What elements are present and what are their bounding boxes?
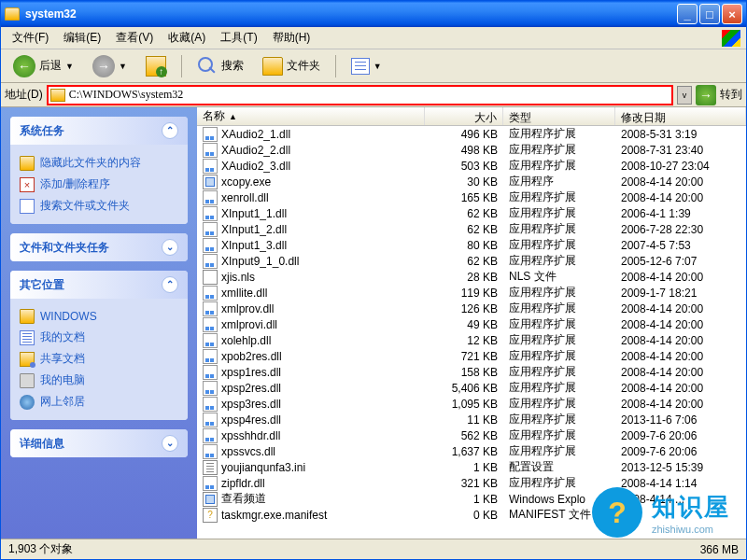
file-row[interactable]: xpsp2res.dll5,406 KB应用程序扩展2008-4-14 20:0…: [197, 380, 746, 396]
panel-header[interactable]: 详细信息 ⌄: [10, 429, 188, 457]
file-rows[interactable]: XAudio2_1.dll496 KB应用程序扩展2008-5-31 3:19X…: [197, 126, 746, 539]
up-button[interactable]: [139, 52, 173, 80]
file-type: NLS 文件: [503, 269, 615, 285]
dll-icon: [203, 428, 218, 443]
file-size: 158 KB: [425, 366, 503, 379]
back-button[interactable]: ← 后退 ▼: [7, 51, 80, 81]
titlebar[interactable]: system32 _ □ ×: [1, 1, 746, 27]
menu-favorites[interactable]: 收藏(A): [162, 28, 211, 48]
file-row[interactable]: xcopy.exe30 KB应用程序2008-4-14 20:00: [197, 174, 746, 189]
forward-button[interactable]: → ▼: [86, 51, 134, 81]
panel-title: 详细信息: [20, 436, 64, 452]
panel-header[interactable]: 其它位置 ⌃: [10, 271, 188, 299]
watermark-name: 知识屋: [652, 491, 730, 524]
file-row[interactable]: XAudio2_3.dll503 KB应用程序扩展2008-10-27 23:0…: [197, 158, 746, 174]
file-type: 应用程序扩展: [503, 158, 615, 174]
file-row[interactable]: XInput9_1_0.dll62 KB应用程序扩展2005-12-6 7:07: [197, 253, 746, 269]
file-row[interactable]: XAudio2_2.dll498 KB应用程序扩展2008-7-31 23:40: [197, 142, 746, 158]
file-row[interactable]: XInput1_2.dll62 KB应用程序扩展2006-7-28 22:30: [197, 221, 746, 237]
file-row[interactable]: xmlprov.dll126 KB应用程序扩展2008-4-14 20:00: [197, 301, 746, 316]
dll-icon: [203, 206, 218, 221]
file-row[interactable]: XInput1_3.dll80 KB应用程序扩展2007-4-5 7:53: [197, 237, 746, 253]
file-size: 0 KB: [425, 509, 503, 522]
file-row[interactable]: xenroll.dll165 KB应用程序扩展2008-4-14 20:00: [197, 189, 746, 205]
explorer-window: system32 _ □ × 文件(F) 编辑(E) 查看(V) 收藏(A) 工…: [0, 0, 747, 560]
file-row[interactable]: xpsp3res.dll1,095 KB应用程序扩展2008-4-14 20:0…: [197, 396, 746, 412]
net-icon: [20, 395, 35, 410]
menu-tools[interactable]: 工具(T): [215, 28, 262, 48]
watermark: ? 知识屋 zhishiwu.com: [592, 487, 730, 538]
menu-file[interactable]: 文件(F): [7, 28, 54, 48]
dll-icon: [203, 190, 218, 205]
views-icon: [351, 58, 370, 75]
sidebar-item[interactable]: 隐藏此文件夹的内容: [20, 152, 178, 174]
file-date: 2008-7-31 23:40: [615, 144, 746, 157]
file-date: 2008-4-14 20:00: [615, 318, 746, 331]
window-title: system32: [25, 7, 677, 21]
file-name: XInput9_1_0.dll: [221, 255, 299, 268]
file-row[interactable]: xpob2res.dll721 KB应用程序扩展2008-4-14 20:00: [197, 348, 746, 364]
panel-header[interactable]: 文件和文件夹任务 ⌄: [10, 233, 188, 261]
minimize-button[interactable]: _: [677, 4, 698, 24]
file-row[interactable]: xmllite.dll119 KB应用程序扩展2009-1-7 18:21: [197, 285, 746, 301]
sidebar-item[interactable]: 搜索文件或文件夹: [20, 195, 178, 217]
file-type: 应用程序扩展: [503, 253, 615, 269]
sidebar-item[interactable]: WINDOWS: [20, 306, 178, 327]
close-button[interactable]: ×: [722, 4, 742, 24]
column-type[interactable]: 类型: [503, 107, 615, 125]
dll-icon: [203, 381, 218, 396]
sidebar-item[interactable]: ×添加/删除程序: [20, 174, 178, 195]
go-button[interactable]: →: [696, 85, 716, 105]
maximize-button[interactable]: □: [699, 4, 720, 24]
address-field-highlighted[interactable]: [47, 85, 673, 105]
sidebar-item[interactable]: 我的电脑: [20, 370, 178, 391]
file-row[interactable]: XInput1_1.dll62 KB应用程序扩展2006-4-1 1:39: [197, 205, 746, 221]
chevron-down-icon: ▼: [65, 62, 74, 71]
dll-icon: [203, 349, 218, 364]
file-name: xpsp4res.dll: [221, 413, 281, 427]
sidebar-item[interactable]: 网上邻居: [20, 391, 178, 413]
file-row[interactable]: youjianqunfa3.ini1 KB配置设置2013-12-5 15:39: [197, 459, 746, 475]
column-size[interactable]: 大小: [425, 107, 503, 125]
forward-icon: →: [92, 55, 115, 77]
menu-help[interactable]: 帮助(H): [267, 28, 317, 48]
file-row[interactable]: xjis.nls28 KBNLS 文件2008-4-14 20:00: [197, 269, 746, 285]
menu-view[interactable]: 查看(V): [110, 28, 159, 48]
file-date: 2008-4-14 20:00: [615, 334, 746, 347]
back-icon: ←: [13, 55, 35, 77]
dll-icon: [203, 301, 218, 316]
file-date: 2013-12-5 15:39: [615, 461, 746, 474]
dll-icon: [203, 254, 218, 269]
file-row[interactable]: xolehlp.dll12 KB应用程序扩展2008-4-14 20:00: [197, 332, 746, 348]
exe-icon: [203, 175, 218, 189]
file-row[interactable]: XAudio2_1.dll496 KB应用程序扩展2008-5-31 3:19: [197, 126, 746, 142]
address-dropdown[interactable]: v: [677, 86, 692, 105]
column-name[interactable]: 名称▲: [197, 107, 425, 125]
column-modified[interactable]: 修改日期: [615, 107, 746, 125]
system-tasks-panel: 系统任务 ⌃ 隐藏此文件夹的内容×添加/删除程序搜索文件或文件夹: [10, 117, 188, 224]
file-row[interactable]: xpsp4res.dll11 KB应用程序扩展2013-11-6 7:06: [197, 412, 746, 427]
sidebar-item[interactable]: 共享文档: [20, 348, 178, 370]
search-button[interactable]: 搜索: [190, 52, 250, 80]
menu-edit[interactable]: 编辑(E): [58, 28, 106, 48]
file-name: taskmgr.exe.manifest: [221, 509, 327, 522]
dll-icon: [203, 317, 218, 332]
sidebar-item-label: 隐藏此文件夹的内容: [40, 155, 141, 171]
panel-header[interactable]: 系统任务 ⌃: [10, 117, 188, 145]
views-button[interactable]: ▼: [345, 54, 388, 78]
file-name: xpob2res.dll: [221, 350, 282, 363]
sidebar-item[interactable]: 我的文档: [20, 327, 178, 348]
file-name: xpsp3res.dll: [221, 398, 281, 411]
file-name: XInput1_2.dll: [221, 223, 287, 236]
dll-icon: [203, 238, 218, 253]
address-input[interactable]: [69, 88, 669, 102]
file-row[interactable]: xpsshhdr.dll562 KB应用程序扩展2009-7-6 20:06: [197, 427, 746, 443]
folders-button[interactable]: 文件夹: [256, 53, 327, 79]
file-row[interactable]: xpssvcs.dll1,637 KB应用程序扩展2009-7-6 20:06: [197, 443, 746, 459]
file-size: 12 KB: [425, 334, 503, 347]
file-name: xpssvcs.dll: [221, 445, 275, 458]
panel-title: 其它位置: [20, 277, 64, 293]
file-type: 应用程序扩展: [503, 396, 615, 412]
file-row[interactable]: xpsp1res.dll158 KB应用程序扩展2008-4-14 20:00: [197, 364, 746, 380]
file-row[interactable]: xmlprovi.dll49 KB应用程序扩展2008-4-14 20:00: [197, 316, 746, 332]
